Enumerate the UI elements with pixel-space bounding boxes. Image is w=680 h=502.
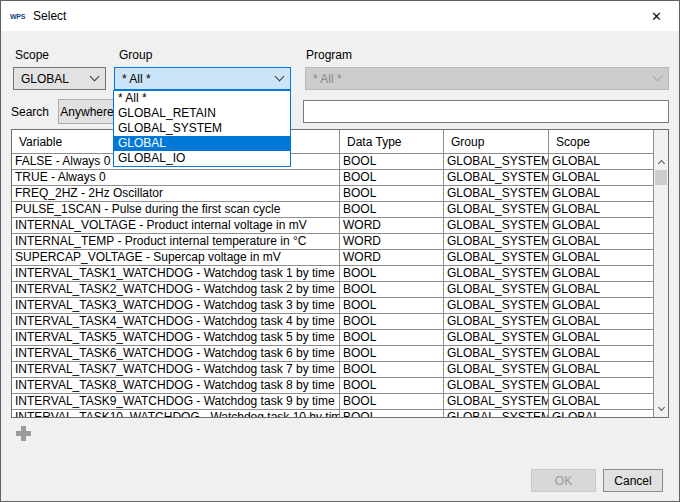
cell-data-type: BOOL [340,298,444,314]
scope-select[interactable]: GLOBAL [13,67,106,90]
cell-scope: GLOBAL [549,330,654,346]
table-row[interactable]: INTERVAL_TASK3_WATCHDOG - Watchdog task … [12,298,668,314]
dialog-content: Scope Group Program GLOBAL * All * * All… [1,31,679,501]
cell-group: GLOBAL_SYSTEM [444,266,549,282]
select-dialog: WPS Select ✕ Scope Group Program GLOBAL … [0,0,680,502]
vertical-scrollbar[interactable] [654,130,668,417]
cell-scope: GLOBAL [549,202,654,218]
table-header: Variable Data Type Group Scope [12,130,668,154]
cell-variable: INTERVAL_TASK8_WATCHDOG - Watchdog task … [12,378,340,394]
group-select-value: * All * [122,72,151,86]
group-select[interactable]: * All * [114,67,291,90]
column-header-data-type: Data Type [340,130,444,154]
table-row[interactable]: PULSE_1SCAN - Pulse during the first sca… [12,202,668,218]
group-dropdown-option[interactable]: GLOBAL [114,136,290,151]
table-row[interactable]: FALSE - Always 0BOOLGLOBAL_SYSTEMGLOBAL [12,154,668,170]
table-row[interactable]: INTERVAL_TASK4_WATCHDOG - Watchdog task … [12,314,668,330]
table-row[interactable]: INTERVAL_TASK8_WATCHDOG - Watchdog task … [12,378,668,394]
column-header-group: Group [444,130,549,154]
table-row[interactable]: INTERVAL_TASK6_WATCHDOG - Watchdog task … [12,346,668,362]
cell-group: GLOBAL_SYSTEM [444,234,549,250]
close-icon: ✕ [651,9,662,24]
variables-table: Variable Data Type Group Scope FALSE - A… [11,129,669,418]
program-select: * All * [305,67,669,90]
table-row[interactable]: TRUE - Always 0BOOLGLOBAL_SYSTEMGLOBAL [12,170,668,186]
cell-data-type: BOOL [340,362,444,378]
table-row[interactable]: INTERVAL_TASK10_WATCHDOG - Watchdog task… [12,410,668,418]
cell-scope: GLOBAL [549,410,654,418]
cell-group: GLOBAL_SYSTEM [444,282,549,298]
table-row[interactable]: INTERVAL_TASK5_WATCHDOG - Watchdog task … [12,330,668,346]
cell-variable: INTERVAL_TASK5_WATCHDOG - Watchdog task … [12,330,340,346]
group-dropdown-option[interactable]: * All * [114,91,290,106]
chevron-up-icon [657,160,664,167]
cancel-button[interactable]: Cancel [603,469,663,492]
cell-group: GLOBAL_SYSTEM [444,410,549,418]
cell-variable: SUPERCAP_VOLTAGE - Supercap voltage in m… [12,250,340,266]
scope-select-value: GLOBAL [21,72,69,86]
chevron-down-icon [657,404,664,411]
cell-variable: INTERVAL_TASK3_WATCHDOG - Watchdog task … [12,298,340,314]
program-label: Program [306,48,352,62]
table-row[interactable]: INTERVAL_TASK2_WATCHDOG - Watchdog task … [12,282,668,298]
cell-scope: GLOBAL [549,186,654,202]
cell-variable: INTERVAL_TASK1_WATCHDOG - Watchdog task … [12,266,340,282]
cell-variable: INTERVAL_TASK9_WATCHDOG - Watchdog task … [12,394,340,410]
cell-data-type: BOOL [340,410,444,418]
cell-variable: PULSE_1SCAN - Pulse during the first sca… [12,202,340,218]
cell-scope: GLOBAL [549,282,654,298]
cell-group: GLOBAL_SYSTEM [444,298,549,314]
scroll-up-button[interactable] [654,154,668,170]
cell-group: GLOBAL_SYSTEM [444,314,549,330]
table-row[interactable]: INTERVAL_TASK1_WATCHDOG - Watchdog task … [12,266,668,282]
cell-data-type: BOOL [340,282,444,298]
table-row[interactable]: INTERVAL_TASK9_WATCHDOG - Watchdog task … [12,394,668,410]
cell-scope: GLOBAL [549,314,654,330]
cell-scope: GLOBAL [549,298,654,314]
program-select-value: * All * [313,72,342,86]
cell-data-type: WORD [340,218,444,234]
cell-variable: INTERVAL_TASK2_WATCHDOG - Watchdog task … [12,282,340,298]
cell-group: GLOBAL_SYSTEM [444,346,549,362]
table-row[interactable]: INTERNAL_VOLTAGE - Product internal volt… [12,218,668,234]
table-row[interactable]: SUPERCAP_VOLTAGE - Supercap voltage in m… [12,250,668,266]
cell-scope: GLOBAL [549,250,654,266]
titlebar[interactable]: WPS Select ✕ [1,1,679,31]
cell-group: GLOBAL_SYSTEM [444,362,549,378]
scroll-down-button[interactable] [654,401,668,417]
table-row[interactable]: INTERNAL_TEMP - Product internal tempera… [12,234,668,250]
cell-variable: INTERVAL_TASK7_WATCHDOG - Watchdog task … [12,362,340,378]
cell-data-type: BOOL [340,266,444,282]
group-dropdown-option[interactable]: GLOBAL_RETAIN [114,106,290,121]
cell-group: GLOBAL_SYSTEM [444,186,549,202]
cell-variable: INTERVAL_TASK6_WATCHDOG - Watchdog task … [12,346,340,362]
table-row[interactable]: FREQ_2HZ - 2Hz OscillatorBOOLGLOBAL_SYST… [12,186,668,202]
chevron-down-icon [653,72,663,82]
cell-data-type: BOOL [340,170,444,186]
cell-group: GLOBAL_SYSTEM [444,330,549,346]
cell-data-type: BOOL [340,378,444,394]
cell-variable: TRUE - Always 0 [12,170,340,186]
cell-scope: GLOBAL [549,362,654,378]
plus-icon [16,426,31,441]
cell-scope: GLOBAL [549,394,654,410]
cell-data-type: WORD [340,234,444,250]
cell-scope: GLOBAL [549,170,654,186]
add-variable-button[interactable] [11,421,35,445]
cell-scope: GLOBAL [549,266,654,282]
cell-group: GLOBAL_SYSTEM [444,250,549,266]
scrollbar-thumb[interactable] [655,170,667,185]
column-header-scope: Scope [549,130,654,154]
cell-data-type: WORD [340,250,444,266]
window-title: Select [33,9,66,23]
group-dropdown-option[interactable]: GLOBAL_SYSTEM [114,121,290,136]
search-mode-button[interactable]: Anywhere [58,99,116,124]
close-button[interactable]: ✕ [634,1,679,31]
cell-scope: GLOBAL [549,346,654,362]
table-row[interactable]: INTERVAL_TASK7_WATCHDOG - Watchdog task … [12,362,668,378]
group-dropdown-list: * All *GLOBAL_RETAINGLOBAL_SYSTEMGLOBALG… [113,90,291,167]
search-input[interactable] [303,100,669,123]
cell-group: GLOBAL_SYSTEM [444,378,549,394]
cell-group: GLOBAL_SYSTEM [444,218,549,234]
group-dropdown-option[interactable]: GLOBAL_IO [114,151,290,166]
